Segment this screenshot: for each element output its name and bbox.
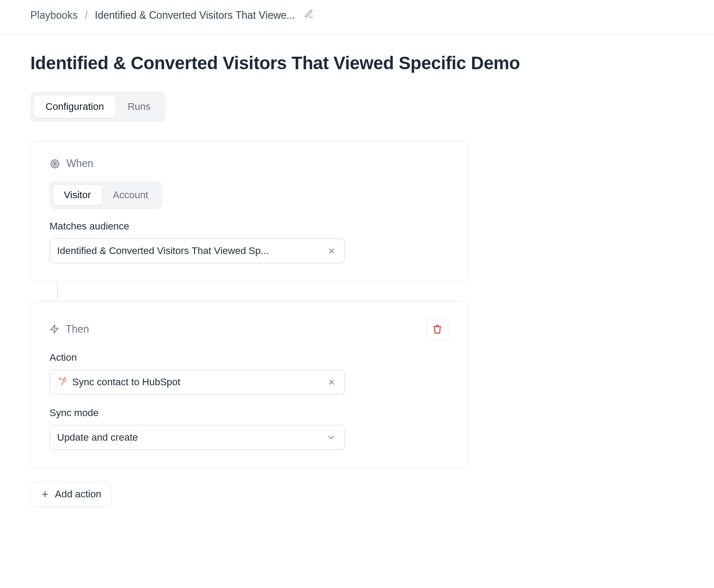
lightning-icon	[50, 324, 59, 334]
action-select-value: Sync contact to HubSpot	[72, 376, 180, 388]
svg-point-7	[63, 379, 66, 381]
then-card: Then Action Sync contact to HubSpot	[30, 301, 468, 468]
action-select[interactable]: Sync contact to HubSpot	[50, 370, 345, 395]
card-connector	[57, 282, 58, 301]
close-icon	[328, 378, 336, 386]
breadcrumb: Playbooks / Identified & Converted Visit…	[0, 0, 714, 34]
tabs: Configuration Runs	[30, 92, 165, 121]
svg-marker-5	[51, 325, 58, 333]
action-clear-button[interactable]	[326, 376, 337, 388]
tab-configuration[interactable]: Configuration	[33, 95, 116, 118]
svg-line-10	[62, 381, 64, 384]
svg-point-2	[54, 163, 56, 164]
chevron-down-icon	[327, 433, 336, 442]
target-icon	[50, 158, 60, 169]
pencil-icon	[304, 9, 314, 19]
tab-runs[interactable]: Runs	[116, 95, 162, 118]
sync-mode-select[interactable]: Update and create	[50, 425, 345, 450]
action-label: Action	[50, 352, 448, 363]
sync-mode-label: Sync mode	[50, 407, 448, 419]
add-action-label: Add action	[55, 488, 101, 500]
svg-point-12	[64, 377, 65, 378]
then-label: Then	[66, 323, 89, 335]
delete-action-button[interactable]	[426, 318, 448, 340]
breadcrumb-current: Identified & Converted Visitors That Vie…	[95, 9, 295, 21]
edit-title-button[interactable]	[304, 9, 314, 21]
sync-mode-open-button[interactable]	[325, 431, 337, 444]
then-header: Then	[50, 323, 89, 335]
page-title: Identified & Converted Visitors That Vie…	[30, 53, 684, 73]
audience-select-value: Identified & Converted Visitors That Vie…	[57, 245, 269, 257]
entity-visitor-button[interactable]: Visitor	[53, 184, 102, 206]
close-icon	[328, 247, 336, 255]
entity-toggle: Visitor Account	[50, 181, 162, 209]
audience-select[interactable]: Identified & Converted Visitors That Vie…	[50, 238, 345, 263]
when-label: When	[66, 158, 93, 170]
audience-clear-button[interactable]	[326, 245, 337, 257]
svg-line-9	[60, 379, 63, 379]
matches-audience-label: Matches audience	[50, 221, 448, 232]
plus-icon	[41, 490, 50, 499]
when-card: When Visitor Account Matches audience Id…	[30, 141, 468, 282]
breadcrumb-root-link[interactable]: Playbooks	[30, 9, 78, 21]
sync-mode-select-value: Update and create	[57, 432, 138, 443]
when-header: When	[50, 158, 448, 170]
add-action-button[interactable]: Add action	[30, 482, 112, 507]
entity-account-button[interactable]: Account	[102, 184, 159, 206]
hubspot-icon	[57, 376, 67, 388]
trash-icon	[432, 324, 442, 334]
breadcrumb-separator: /	[85, 9, 87, 21]
